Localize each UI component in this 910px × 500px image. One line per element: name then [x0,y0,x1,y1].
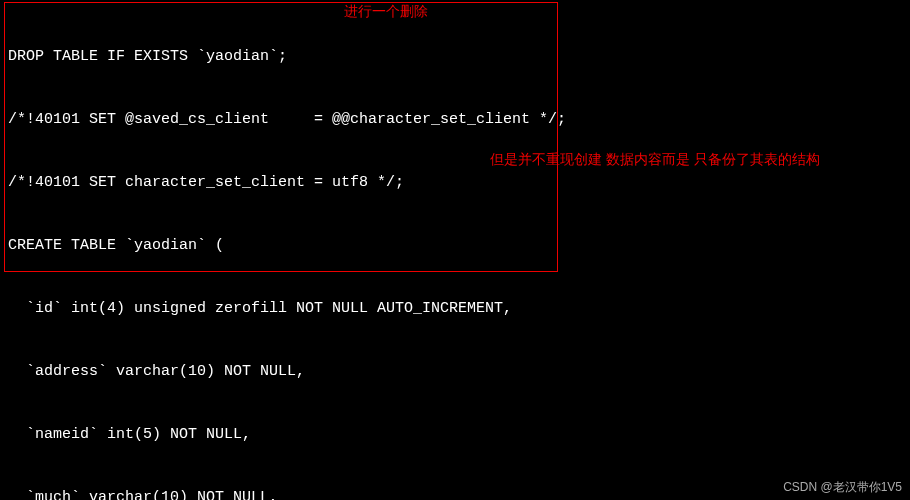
sql-line: CREATE TABLE `yaodian` ( [8,235,902,256]
sql-line: DROP TABLE IF EXISTS `yaodian`; [8,46,902,67]
sql-line: `nameid` int(5) NOT NULL, [8,424,902,445]
sql-line: /*!40101 SET @saved_cs_client = @@charac… [8,109,902,130]
annotation-note-1: 进行一个删除 [344,2,428,22]
annotation-note-2: 但是并不重现创建 数据内容而是 只备份了其表的结构 [490,150,820,170]
sql-line: `id` int(4) unsigned zerofill NOT NULL A… [8,298,902,319]
sql-line: `address` varchar(10) NOT NULL, [8,361,902,382]
terminal-output[interactable]: DROP TABLE IF EXISTS `yaodian`; /*!40101… [8,4,902,500]
sql-line: `much` varchar(10) NOT NULL, [8,487,902,500]
watermark: CSDN @老汉带你1V5 [783,479,902,496]
sql-line: /*!40101 SET character_set_client = utf8… [8,172,902,193]
